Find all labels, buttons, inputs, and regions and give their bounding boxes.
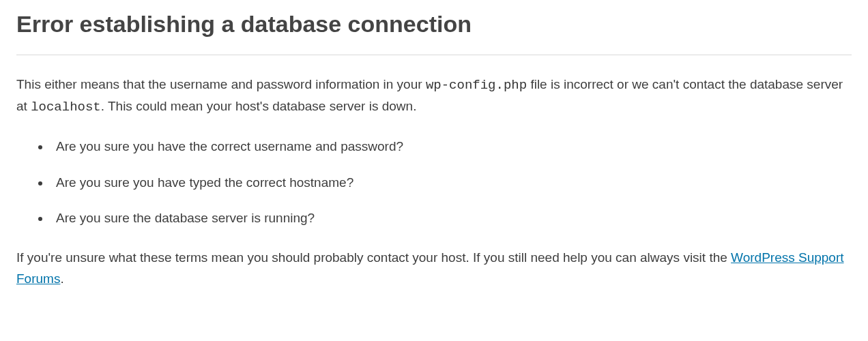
list-item: Are you sure the database server is runn… — [50, 208, 852, 228]
list-item: Are you sure you have typed the correct … — [50, 173, 852, 193]
wp-config-code: wp-config.php — [426, 78, 527, 93]
troubleshoot-list: Are you sure you have the correct userna… — [16, 136, 852, 228]
outro-paragraph: If you're unsure what these terms mean y… — [16, 248, 852, 289]
outro-text-2: . — [60, 271, 63, 286]
outro-text-1: If you're unsure what these terms mean y… — [16, 250, 731, 265]
intro-text-1: This either means that the username and … — [16, 77, 426, 91]
intro-text-3: . This could mean your host's database s… — [101, 99, 417, 113]
localhost-code: localhost — [31, 100, 101, 115]
list-item: Are you sure you have the correct userna… — [50, 136, 852, 157]
intro-paragraph: This either means that the username and … — [16, 74, 852, 117]
page-title: Error establishing a database connection — [16, 5, 852, 55]
